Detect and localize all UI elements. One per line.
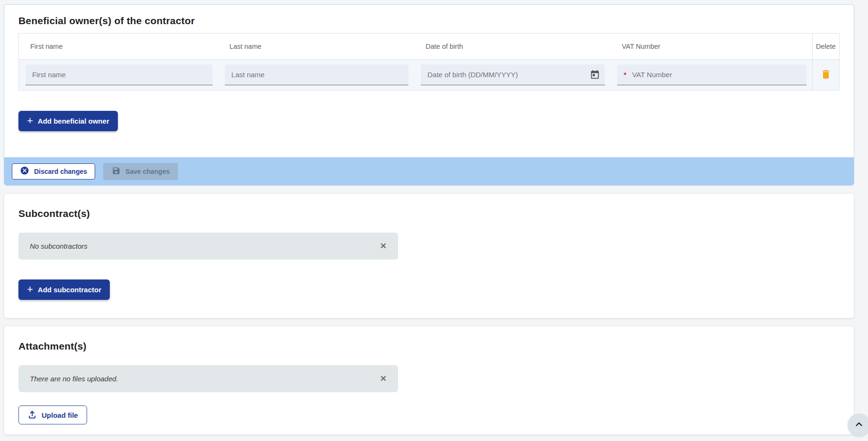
unsaved-changes-bar: Discard changes Save changes xyxy=(4,157,854,185)
save-changes-label: Save changes xyxy=(125,168,169,175)
header-first-name: First name xyxy=(19,34,218,60)
attachments-alert-close-button[interactable]: ✕ xyxy=(378,373,389,385)
subcontracts-alert-close-button[interactable]: ✕ xyxy=(378,240,389,252)
attachments-card: Attachment(s) There are no files uploade… xyxy=(4,326,854,435)
upload-file-button[interactable]: Upload file xyxy=(18,405,87,424)
close-icon: ✕ xyxy=(380,242,387,251)
discard-changes-button[interactable]: Discard changes xyxy=(12,163,95,180)
beneficial-owners-title: Beneficial owner(s) of the contractor xyxy=(18,15,840,27)
upload-file-label: Upload file xyxy=(42,411,78,419)
last-name-input[interactable] xyxy=(225,64,408,85)
table-header-row: First name Last name Date of birth VAT N… xyxy=(19,34,840,60)
add-beneficial-owner-button[interactable]: + Add beneficial owner xyxy=(18,111,118,131)
header-vat-number: VAT Number xyxy=(611,34,813,60)
save-icon xyxy=(112,166,121,177)
add-subcontractor-button[interactable]: + Add subcontractor xyxy=(18,279,110,300)
subcontracts-card: Subcontract(s) No subcontractors ✕ + Add… xyxy=(4,193,854,318)
vat-number-input[interactable] xyxy=(617,64,806,85)
scroll-to-top-button[interactable] xyxy=(848,414,868,436)
upload-icon xyxy=(27,410,37,421)
beneficial-owners-table: First name Last name Date of birth VAT N… xyxy=(18,33,840,90)
add-subcontractor-label: Add subcontractor xyxy=(38,286,101,294)
attachments-empty-message: There are no files uploaded. xyxy=(30,375,118,383)
subcontracts-empty-message: No subcontractors xyxy=(30,242,88,250)
header-delete: Delete xyxy=(812,34,839,60)
discard-changes-label: Discard changes xyxy=(34,168,87,175)
cancel-circle-icon xyxy=(20,166,29,177)
header-date-of-birth: Date of birth xyxy=(414,34,610,60)
page: Beneficial owner(s) of the contractor Fi… xyxy=(0,0,868,441)
chevron-up-icon xyxy=(854,419,864,431)
first-name-input[interactable] xyxy=(26,64,213,85)
date-of-birth-input[interactable] xyxy=(421,64,604,85)
attachments-title: Attachment(s) xyxy=(18,341,840,352)
plus-icon: + xyxy=(27,116,33,126)
close-icon: ✕ xyxy=(380,374,387,383)
plus-icon: + xyxy=(27,284,33,295)
subcontracts-empty-alert: No subcontractors ✕ xyxy=(18,233,398,260)
table-row: * xyxy=(19,60,840,90)
add-beneficial-owner-label: Add beneficial owner xyxy=(38,117,109,125)
datepicker-toggle-button[interactable] xyxy=(588,68,602,82)
header-last-name: Last name xyxy=(218,34,414,60)
trash-icon xyxy=(820,69,832,81)
attachments-empty-alert: There are no files uploaded. ✕ xyxy=(18,365,398,392)
calendar-icon xyxy=(590,70,600,81)
save-changes-button[interactable]: Save changes xyxy=(103,163,178,180)
delete-row-button[interactable] xyxy=(817,66,834,83)
subcontracts-title: Subcontract(s) xyxy=(18,208,840,219)
beneficial-owners-card: Beneficial owner(s) of the contractor Fi… xyxy=(4,4,854,186)
